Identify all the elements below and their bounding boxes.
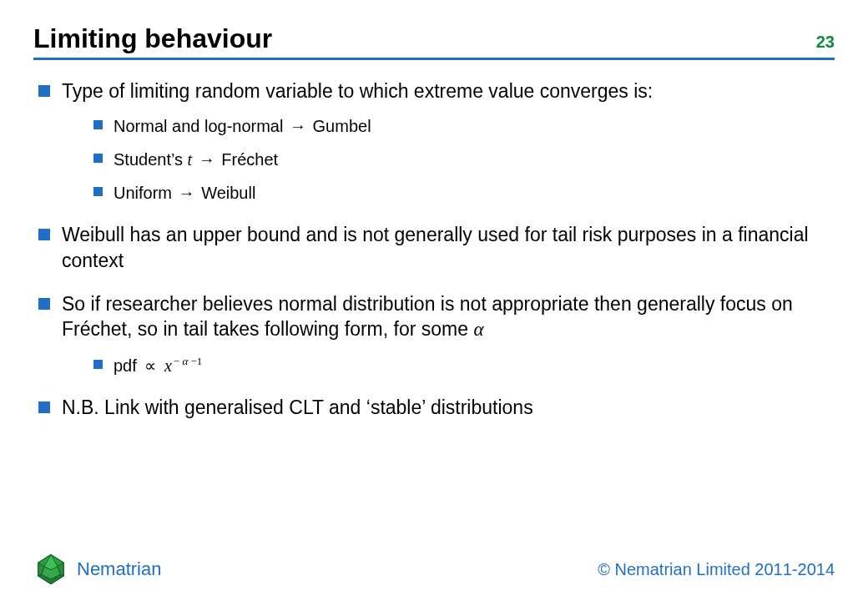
bullet-text: So if researcher believes normal distrib…	[62, 293, 793, 340]
pdf-formula: x− α −1	[164, 356, 202, 375]
bullet-item: N.B. Link with generalised CLT and ‘stab…	[33, 395, 835, 420]
sub-bullet-item: Uniform → Weibull	[90, 182, 835, 204]
slide-title: Limiting behaviour	[33, 23, 272, 54]
bullet-text: N.B. Link with generalised CLT and ‘stab…	[62, 396, 533, 418]
copyright-text: © Nematrian Limited 2011-2014	[598, 560, 835, 579]
sub-bullet-item: Student’s t → Fréchet	[90, 149, 835, 170]
brand-logo-icon	[33, 553, 68, 586]
sub-bullet-text: Fréchet	[217, 150, 278, 169]
arrow-icon: →	[288, 117, 308, 135]
slide-footer: Nematrian © Nematrian Limited 2011-2014	[0, 553, 868, 586]
sub-bullet-list: Normal and log-normal → Gumbel Student’s…	[90, 115, 835, 204]
page-number: 23	[816, 33, 835, 52]
bullet-item: Weibull has an upper bound and is not ge…	[33, 222, 835, 273]
sub-bullet-item: pdf ∝ x− α −1	[90, 355, 835, 376]
sub-bullet-text: Gumbel	[308, 117, 371, 135]
sub-bullet-text: Weibull	[197, 184, 256, 202]
sub-bullet-text: Normal and log-normal	[114, 117, 288, 135]
proportional-icon: ∝	[141, 356, 159, 375]
slide: Limiting behaviour 23 Type of limiting r…	[0, 0, 868, 601]
arrow-icon: →	[197, 150, 217, 169]
sub-bullet-text: Student’s	[114, 150, 188, 169]
math-italic-alpha: α	[473, 319, 483, 340]
brand: Nematrian	[33, 553, 161, 586]
sub-bullet-list: pdf ∝ x− α −1	[90, 355, 835, 376]
brand-name: Nematrian	[77, 558, 161, 580]
math-exponent: − α −1	[174, 355, 203, 367]
bullet-list: Type of limiting random variable to whic…	[33, 78, 835, 420]
sub-bullet-item: Normal and log-normal → Gumbel	[90, 115, 835, 137]
pdf-label: pdf	[114, 356, 141, 375]
bullet-text: Weibull has an upper bound and is not ge…	[62, 224, 809, 270]
slide-header: Limiting behaviour 23	[33, 23, 835, 60]
math-base-x: x	[164, 356, 172, 375]
sub-bullet-text: Uniform	[114, 184, 177, 202]
arrow-icon: →	[177, 184, 197, 202]
bullet-item: Type of limiting random variable to whic…	[33, 78, 835, 204]
bullet-item: So if researcher believes normal distrib…	[33, 291, 835, 376]
bullet-text: Type of limiting random variable to whic…	[62, 80, 653, 102]
